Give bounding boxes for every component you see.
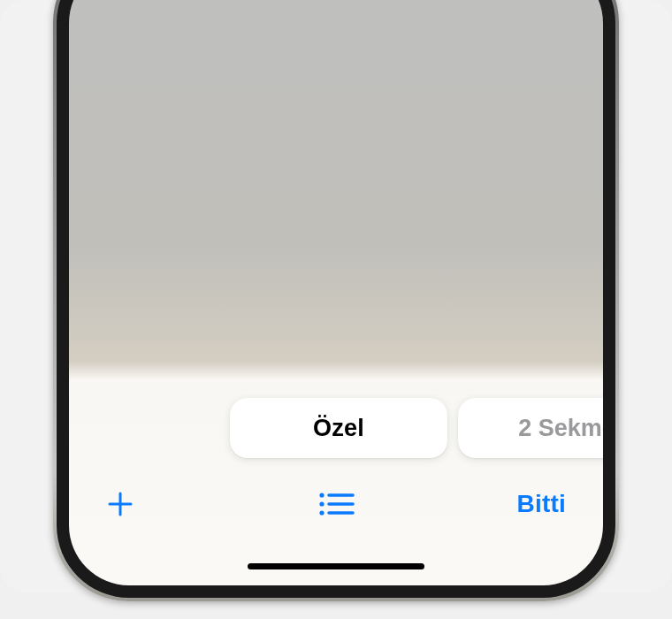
tab-group-tabs-label: 2 Sekme — [518, 415, 603, 442]
toolbar-actions: Bitti — [69, 479, 603, 529]
tab-groups-list-button[interactable] — [317, 491, 355, 517]
done-button[interactable]: Bitti — [495, 490, 566, 518]
iphone-screen: Özel 2 Sekme — [69, 0, 603, 585]
new-tab-button[interactable] — [106, 490, 177, 518]
list-icon — [317, 491, 355, 517]
svg-point-4 — [319, 510, 324, 515]
tab-group-picker[interactable]: Özel 2 Sekme — [69, 398, 603, 460]
home-indicator[interactable] — [248, 563, 424, 569]
svg-point-3 — [319, 501, 324, 506]
tab-group-private-label: Özel — [313, 415, 364, 442]
iphone-bezel: Özel 2 Sekme — [57, 0, 615, 598]
plus-icon — [106, 490, 134, 518]
safari-bottom-sheet: Özel 2 Sekme — [69, 373, 603, 585]
iphone-frame: Özel 2 Sekme — [53, 0, 619, 601]
done-button-label: Bitti — [517, 490, 566, 518]
svg-point-2 — [319, 493, 324, 497]
tab-group-private[interactable]: Özel — [230, 398, 447, 458]
tab-group-tabs[interactable]: 2 Sekme — [458, 398, 603, 458]
